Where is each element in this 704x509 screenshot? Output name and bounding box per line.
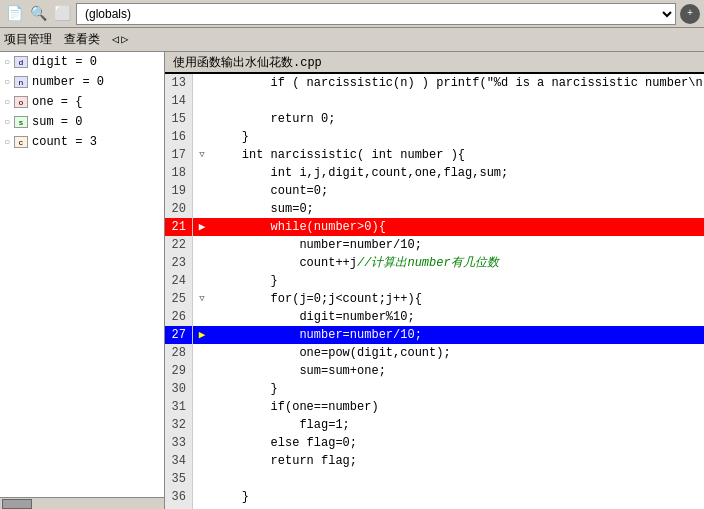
line-content: if ( narcissistic(n) ) printf("%d is a n… [211, 74, 704, 92]
line-number: 23 [165, 254, 193, 272]
line-content: sum=0; [211, 200, 704, 218]
table-row: 23 count++j//计算出number有几位数 [165, 254, 704, 272]
line-content: else flag=0; [211, 434, 704, 452]
line-content: } [211, 128, 704, 146]
line-marker [193, 92, 211, 110]
table-row: 33 else flag=0; [165, 434, 704, 452]
line-marker [193, 380, 211, 398]
line-marker [193, 254, 211, 272]
table-row: 29 sum=sum+one; [165, 362, 704, 380]
line-number: 35 [165, 470, 193, 488]
line-marker [193, 344, 211, 362]
arrow-left[interactable]: ◁ [112, 32, 119, 47]
table-row: 31 if(one==number) [165, 398, 704, 416]
variable-item: ○ n number = 0 [0, 72, 164, 92]
var-type-icon: s [14, 116, 28, 128]
collapse-icon[interactable]: ▽ [199, 146, 204, 164]
line-content: int narcissistic( int number ){ [211, 146, 704, 164]
table-row: 26 digit=number%10; [165, 308, 704, 326]
var-type-icon: o [14, 96, 28, 108]
left-scrollbar[interactable] [0, 497, 164, 509]
table-row: 19 count=0; [165, 182, 704, 200]
line-marker [193, 200, 211, 218]
line-content: count++j//计算出number有几位数 [211, 254, 704, 272]
toolbar-icon-1[interactable]: 📄 [4, 4, 24, 24]
toolbar-icon-2[interactable]: 🔍 [28, 4, 48, 24]
line-number: 36 [165, 488, 193, 506]
line-number: 19 [165, 182, 193, 200]
line-marker [193, 434, 211, 452]
line-number: 31 [165, 398, 193, 416]
line-number: 24 [165, 272, 193, 290]
line-marker [193, 416, 211, 434]
line-marker [193, 488, 211, 506]
table-row: 36 } [165, 488, 704, 506]
table-row: 25▽ for(j=0;j<count;j++){ [165, 290, 704, 308]
line-content: return flag; [211, 452, 704, 470]
line-marker [193, 272, 211, 290]
line-content: digit=number%10; [211, 308, 704, 326]
variable-item: ○ s sum = 0 [0, 112, 164, 132]
line-number: 14 [165, 92, 193, 110]
globals-dropdown[interactable]: (globals) [76, 3, 676, 25]
line-number: 15 [165, 110, 193, 128]
line-number: 18 [165, 164, 193, 182]
table-row: 35 [165, 470, 704, 488]
variable-name: digit = 0 [32, 55, 97, 69]
debug-arrow-icon: ▶ [199, 218, 206, 236]
corner-label: + [687, 8, 693, 19]
var-type-icon: d [14, 56, 28, 68]
line-content: for(j=0;j<count;j++){ [211, 290, 704, 308]
line-marker [193, 398, 211, 416]
line-content: one=pow(digit,count); [211, 344, 704, 362]
line-number: 32 [165, 416, 193, 434]
tree-expand-icon[interactable]: ○ [4, 117, 10, 128]
tree-expand-icon[interactable]: ○ [4, 97, 10, 108]
line-content: return 0; [211, 110, 704, 128]
line-number: 25 [165, 290, 193, 308]
line-number: 17 [165, 146, 193, 164]
tree-expand-icon[interactable]: ○ [4, 77, 10, 88]
table-row: 18 int i,j,digit,count,one,flag,sum; [165, 164, 704, 182]
line-marker: ▽ [193, 290, 211, 308]
code-panel: 使用函数输出水仙花数.cpp 13 if ( narcissistic(n) )… [165, 52, 704, 509]
line-content: if(one==number) [211, 398, 704, 416]
line-marker [193, 74, 211, 92]
variable-name: one = { [32, 95, 82, 109]
table-row: 13 if ( narcissistic(n) ) printf("%d is … [165, 74, 704, 92]
var-type-icon: n [14, 76, 28, 88]
line-content: } [211, 488, 704, 506]
line-marker [193, 110, 211, 128]
line-content: } [211, 380, 704, 398]
line-number: 20 [165, 200, 193, 218]
menubar: 项目管理 查看类 ◁ ▷ [0, 28, 704, 52]
variable-name: sum = 0 [32, 115, 82, 129]
line-marker [193, 362, 211, 380]
variable-panel: ○ d digit = 0 ○ n number = 0 ○ o one = {… [0, 52, 165, 509]
table-row: 32 flag=1; [165, 416, 704, 434]
menu-item-project[interactable]: 项目管理 [4, 31, 52, 48]
code-tab[interactable]: 使用函数输出水仙花数.cpp [165, 52, 704, 74]
tree-expand-icon[interactable]: ○ [4, 137, 10, 148]
line-marker [193, 308, 211, 326]
variable-item: ○ d digit = 0 [0, 52, 164, 72]
menu-item-view[interactable]: 查看类 [64, 31, 100, 48]
scrollbar-thumb[interactable] [2, 499, 32, 509]
table-row: 27▶ number=number/10; [165, 326, 704, 344]
line-number: 27 [165, 326, 193, 344]
tab-filename: 使用函数输出水仙花数.cpp [173, 54, 322, 71]
tree-expand-icon[interactable]: ○ [4, 57, 10, 68]
arrow-right[interactable]: ▷ [121, 32, 128, 47]
line-number: 26 [165, 308, 193, 326]
line-number: 34 [165, 452, 193, 470]
line-marker [193, 236, 211, 254]
table-row: 20 sum=0; [165, 200, 704, 218]
variable-item: ○ o one = { [0, 92, 164, 112]
toolbar-corner-button[interactable]: + [680, 4, 700, 24]
variable-name: number = 0 [32, 75, 104, 89]
collapse-icon[interactable]: ▽ [199, 290, 204, 308]
line-marker [193, 452, 211, 470]
line-content: number=number/10; [211, 236, 704, 254]
toolbar-icon-3[interactable]: ⬜ [52, 4, 72, 24]
variable-name: count = 3 [32, 135, 97, 149]
